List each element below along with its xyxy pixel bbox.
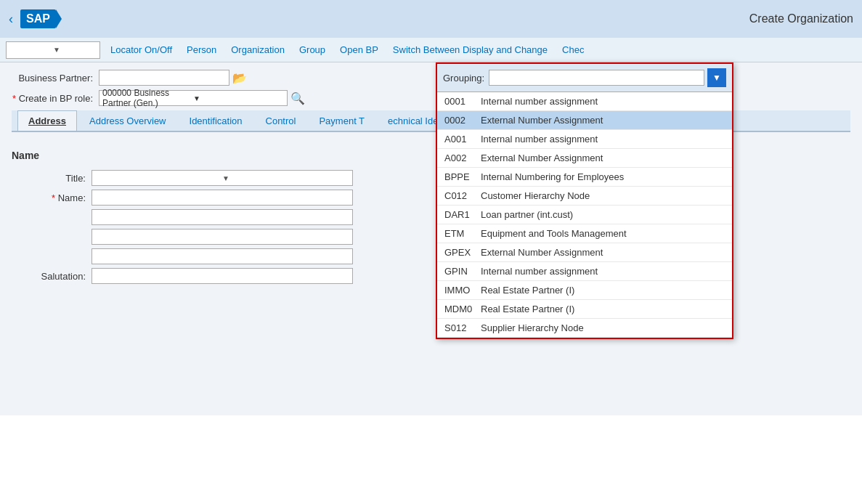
bp-role-arrow-icon: ▼ <box>193 94 284 102</box>
grouping-item[interactable]: ETM Equipment and Tools Management <box>437 224 732 243</box>
bp-role-search-button[interactable]: 🔍 <box>290 92 305 105</box>
grouping-item[interactable]: 0002 External Number Assignment <box>437 111 732 130</box>
title-dropdown[interactable]: ▼ <box>92 170 353 186</box>
grouping-input[interactable] <box>489 70 704 86</box>
grouping-code: A001 <box>444 134 481 145</box>
title-arrow-icon: ▼ <box>222 174 349 182</box>
grouping-code: GPEX <box>444 247 481 258</box>
name-input-2[interactable] <box>92 209 353 225</box>
grouping-code: A002 <box>444 153 481 163</box>
grouping-desc: Internal Numbering for Employees <box>481 171 624 182</box>
grouping-code: BPPE <box>444 171 481 182</box>
grouping-code: MDM0 <box>444 304 481 314</box>
title-label: Title: <box>33 173 92 184</box>
person-button[interactable]: Person <box>182 43 221 57</box>
grouping-desc: Loan partner (int.cust) <box>481 209 573 220</box>
grouping-desc: Internal number assignment <box>481 266 598 277</box>
tab-payment-t[interactable]: Payment T <box>308 110 375 131</box>
check-button[interactable]: Chec <box>558 43 588 57</box>
grouping-item[interactable]: 0001 Internal number assignment <box>437 92 732 111</box>
name-input-4[interactable] <box>92 248 353 264</box>
tab-control[interactable]: Control <box>255 110 307 131</box>
business-partner-icon-button[interactable]: 📂 <box>232 71 247 85</box>
salutation-input[interactable] <box>92 268 353 284</box>
tab-identification[interactable]: Identification <box>179 110 253 131</box>
grouping-desc: Real Estate Partner (I) <box>481 304 574 314</box>
group-button[interactable]: Group <box>295 43 330 57</box>
grouping-code: 0002 <box>444 115 481 126</box>
grouping-label: Grouping: <box>443 73 484 84</box>
content-area: Business Partner: 📂 Create in BP role: 0… <box>0 62 862 139</box>
grouping-desc: External Number Assignment <box>481 153 603 163</box>
grouping-desc: External Number Assignment <box>481 115 603 126</box>
grouping-item[interactable]: GPEX External Number Assignment <box>437 243 732 262</box>
bp-role-dropdown[interactable]: 000000 Business Partner (Gen.) ▼ <box>99 90 288 106</box>
salutation-label: Salutation: <box>33 271 92 282</box>
bp-role-value: 000000 Business Partner (Gen.) <box>102 88 193 108</box>
switch-display-change-button[interactable]: Switch Between Display and Change <box>389 43 552 57</box>
grouping-expand-button[interactable]: ▼ <box>707 68 726 87</box>
grouping-code: GPIN <box>444 266 481 277</box>
business-partner-input[interactable] <box>99 70 229 86</box>
grouping-code: 0001 <box>444 96 481 107</box>
grouping-desc: Supplier Hierarchy Node <box>481 322 584 333</box>
grouping-item[interactable]: S012 Supplier Hierarchy Node <box>437 319 732 338</box>
bp-role-label: Create in BP role: <box>12 93 99 104</box>
back-button[interactable]: ‹ <box>9 12 13 27</box>
organization-button[interactable]: Organization <box>227 43 289 57</box>
grouping-item[interactable]: A002 External Number Assignment <box>437 149 732 168</box>
grouping-desc: Internal number assignment <box>481 96 598 107</box>
name-label: Name: <box>33 192 92 203</box>
toolbar-dropdown[interactable]: ▼ <box>6 41 100 59</box>
name-input-1[interactable] <box>92 190 353 206</box>
grouping-header: Grouping: ▼ <box>437 64 732 92</box>
grouping-item[interactable]: C012 Customer Hierarchy Node <box>437 187 732 206</box>
toolbar-dropdown-arrow-icon: ▼ <box>53 46 95 54</box>
name-input-3[interactable] <box>92 229 353 245</box>
grouping-desc: Customer Hierarchy Node <box>481 190 590 201</box>
toolbar: ▼ Locator On/Off Person Organization Gro… <box>0 38 862 62</box>
grouping-item[interactable]: DAR1 Loan partner (int.cust) <box>437 206 732 224</box>
locator-button[interactable]: Locator On/Off <box>106 43 176 57</box>
grouping-code: IMMO <box>444 285 481 296</box>
grouping-code: C012 <box>444 190 481 201</box>
tab-address[interactable]: Address <box>17 110 77 131</box>
open-bp-button[interactable]: Open BP <box>336 43 383 57</box>
grouping-code: S012 <box>444 322 481 333</box>
grouping-desc: Internal number assignment <box>481 134 598 145</box>
grouping-item[interactable]: MDM0 Real Estate Partner (I) <box>437 300 732 319</box>
grouping-desc: External Number Assignment <box>481 247 603 258</box>
grouping-item[interactable]: A001 Internal number assignment <box>437 130 732 149</box>
grouping-item[interactable]: BPPE Internal Numbering for Employees <box>437 168 732 187</box>
grouping-desc: Real Estate Partner (I) <box>481 285 574 296</box>
tab-address-overview[interactable]: Address Overview <box>78 110 176 131</box>
grouping-desc: Equipment and Tools Management <box>481 228 627 239</box>
header: ‹ SAP Create Organization <box>0 0 862 38</box>
grouping-code: DAR1 <box>444 209 481 220</box>
sap-logo: SAP <box>20 9 56 28</box>
grouping-item[interactable]: IMMO Real Estate Partner (I) <box>437 281 732 300</box>
business-partner-label: Business Partner: <box>12 73 99 84</box>
grouping-list: 0001 Internal number assignment0002 Exte… <box>437 92 732 338</box>
grouping-code: ETM <box>444 228 481 239</box>
page-title: Create Organization <box>749 12 853 25</box>
grouping-item[interactable]: GPIN Internal number assignment <box>437 262 732 281</box>
grouping-popup: Grouping: ▼ 0001 Internal number assignm… <box>436 62 733 339</box>
